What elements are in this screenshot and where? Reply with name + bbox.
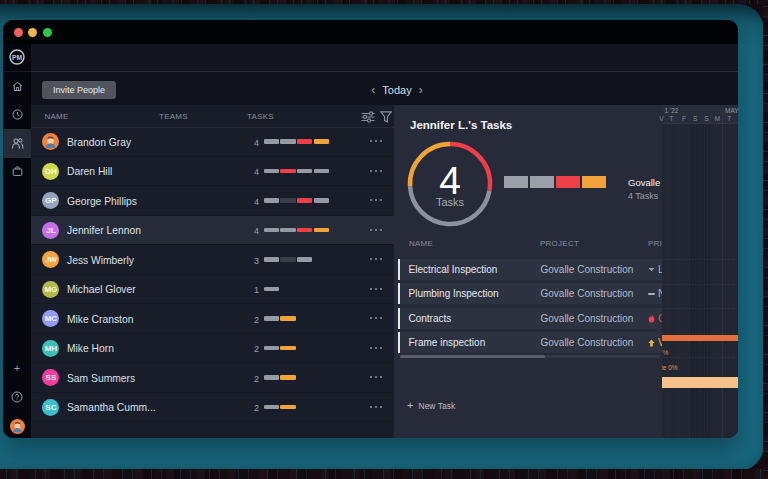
svg-text:PM: PM — [12, 54, 23, 61]
